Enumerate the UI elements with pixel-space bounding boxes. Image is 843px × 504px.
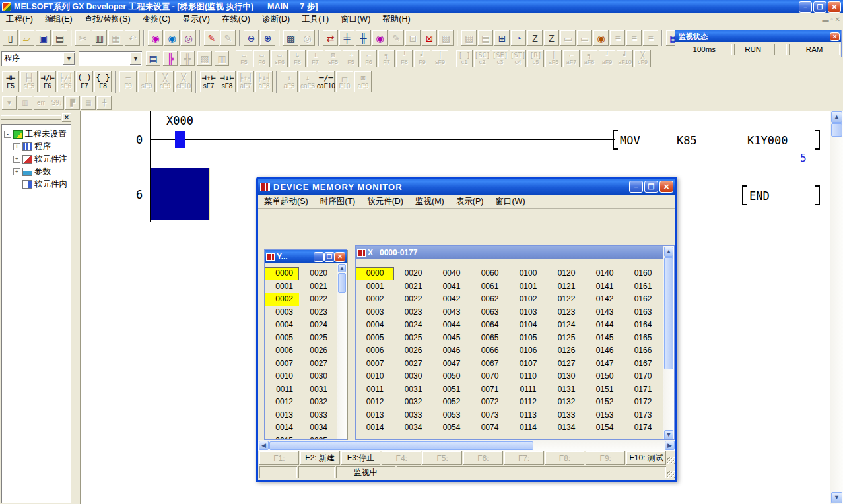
device-cell[interactable]: 0024	[394, 319, 432, 332]
menu-item-t[interactable]: 工具(T)	[296, 13, 335, 26]
monitor-horizontal-scrollbar[interactable]: ◀ ▶	[258, 440, 675, 451]
device-cell[interactable]: 0073	[471, 409, 509, 422]
device-cell[interactable]: 0032	[394, 396, 432, 409]
monitor-status-close-icon[interactable]: ✕	[830, 32, 840, 41]
monitor-menu-item[interactable]: 表示(P)	[450, 195, 490, 208]
device-cell[interactable]: 0025	[394, 332, 432, 345]
device-cell[interactable]: 0061	[471, 280, 509, 294]
monitor-stop-button[interactable]: ⊠	[421, 30, 438, 46]
transfer-setup-button[interactable]: ⇄	[322, 30, 339, 46]
error-jump-button[interactable]: err	[33, 96, 49, 110]
device-cell[interactable]: 0121	[547, 280, 586, 294]
device-cell[interactable]: 0005	[356, 332, 394, 345]
device-cell[interactable]: 0051	[432, 383, 471, 396]
tree-item-memory[interactable]: +软元件内	[4, 178, 71, 191]
device-cell[interactable]: 0025	[299, 332, 333, 345]
device-cell[interactable]: 0026	[299, 344, 333, 358]
statement-edit-button[interactable]: ▥	[214, 51, 230, 67]
device-cell[interactable]: 0140	[586, 267, 624, 280]
device-cell[interactable]: 0153	[586, 409, 624, 422]
minimize-button[interactable]: –	[799, 1, 812, 13]
monitor-menu-item[interactable]: 菜单起动(S)	[258, 195, 314, 208]
device-cell[interactable]: 0054	[432, 422, 471, 435]
device-cell[interactable]: 0002	[265, 293, 299, 306]
cascade-window-button[interactable]: ▭	[560, 30, 576, 46]
closed-contact-button[interactable]: ⊣/⊢F6	[38, 71, 57, 93]
scan-time-button[interactable]: ◔	[510, 30, 527, 46]
device-cell[interactable]: 0011	[356, 383, 394, 396]
function-key-f2[interactable]: F2: 新建	[300, 451, 340, 465]
device-cell[interactable]: 0166	[624, 344, 662, 358]
device-cell[interactable]: 0033	[299, 409, 333, 422]
rule-af7-button[interactable]: ⌐aF7	[562, 49, 580, 68]
rule-af5-button[interactable]: │aF5	[545, 49, 562, 68]
sfc-step-sf6-button[interactable]: ▭sF6	[271, 49, 288, 68]
device-cell[interactable]: 0030	[394, 370, 432, 383]
monitor-write-button[interactable]: ✎	[388, 30, 405, 46]
device-cell[interactable]: 0053	[432, 409, 471, 422]
device-cell[interactable]: 0031	[394, 383, 432, 396]
device-cell[interactable]: 0003	[356, 306, 394, 319]
skip-run-button[interactable]: ▨	[461, 30, 477, 46]
device-cell[interactable]: 0152	[586, 396, 624, 409]
close-button[interactable]: ✕	[828, 1, 841, 13]
program-check-button[interactable]: ⊞	[494, 30, 510, 46]
device-cell[interactable]: 0012	[265, 396, 299, 409]
device-cell[interactable]: 0044	[432, 319, 471, 332]
menu-item-e[interactable]: 编辑(E)	[39, 13, 79, 26]
expander-icon[interactable]: +	[13, 143, 20, 150]
device-cell[interactable]: 0047	[432, 358, 471, 371]
device-cell[interactable]: 0163	[624, 306, 662, 319]
device-cell[interactable]: 0012	[356, 396, 394, 409]
device-cell[interactable]: 0070	[471, 370, 509, 383]
x-window-titlebar[interactable]: X 0000-0177	[356, 246, 665, 259]
device-cell[interactable]: 0062	[471, 293, 509, 306]
maximize-button[interactable]: ❐	[813, 1, 826, 13]
delete-block-button[interactable]: ⊠aF9	[354, 71, 372, 93]
device-cell[interactable]: 0023	[299, 306, 333, 319]
x-vertical-scrollbar[interactable]: ▲ ▼	[663, 246, 674, 440]
falling-pulse-branch-button[interactable]: ╞↓╡aF8	[255, 71, 273, 93]
instruction-operand1[interactable]: K85	[677, 134, 697, 147]
device-cell[interactable]: 0074	[471, 422, 509, 435]
device-cell[interactable]: 0031	[299, 383, 333, 396]
y-maximize-button[interactable]: ❐	[324, 252, 335, 262]
monitor-close-button[interactable]: ✕	[659, 181, 673, 193]
sfc-step-f6-button[interactable]: ▭F6	[253, 49, 271, 68]
device-cell[interactable]: 0007	[356, 358, 394, 371]
chevron-down-icon[interactable]: ▼	[63, 53, 75, 65]
device-cell[interactable]: 0131	[547, 383, 586, 396]
step-run-button[interactable]: ▧	[438, 30, 454, 46]
block-select-button[interactable]: ▛	[65, 96, 81, 110]
device-cell[interactable]: 0026	[394, 344, 432, 358]
find-zoom-in-button[interactable]: ⊕	[259, 30, 276, 46]
monitor-menu-item[interactable]: 窗口(W)	[489, 195, 531, 208]
sfc-sel-f6-button[interactable]: ⌐F6	[360, 49, 378, 68]
device-cell[interactable]: 0132	[547, 396, 586, 409]
device-cell[interactable]: 0103	[509, 306, 547, 319]
function-key-f4[interactable]: F4:	[382, 451, 421, 465]
resize-grip[interactable]	[667, 471, 675, 478]
resize-grip[interactable]	[667, 457, 675, 464]
device-cell[interactable]: 0022	[394, 293, 432, 306]
application-instruction-button[interactable]: { }F8	[94, 71, 112, 93]
contact-x000-on[interactable]	[175, 131, 185, 148]
menu-item-f[interactable]: 工程(F)	[0, 13, 39, 26]
device-cell[interactable]: 0001	[265, 280, 299, 294]
device-cell[interactable]: 0010	[265, 370, 299, 383]
device-cell[interactable]: 0045	[432, 332, 471, 345]
find-string-button[interactable]: ◎	[180, 30, 197, 46]
device-cell[interactable]: 0146	[586, 344, 624, 358]
scrollbar-thumb[interactable]	[831, 123, 842, 137]
statement-list-button[interactable]: ≡	[626, 30, 642, 46]
device-cell[interactable]: 0027	[299, 358, 333, 371]
monitor-status-titlebar[interactable]: 监视状态 ✕	[675, 30, 841, 42]
project-data-list-button[interactable]: ▩	[283, 30, 299, 46]
menu-item-s[interactable]: 查找/替换(S)	[79, 13, 137, 26]
device-cell[interactable]: 0126	[547, 344, 586, 358]
delete-vertical-line-button[interactable]: ╳cF10	[174, 71, 193, 93]
device-cell[interactable]: 0000	[265, 267, 299, 280]
main-titlebar[interactable]: MELSOFT系列 GX Developer 工程未设置 - [梯形图(监视 执…	[0, 0, 843, 13]
cut-button[interactable]: ✂	[75, 30, 91, 46]
device-cell[interactable]: 0001	[356, 280, 394, 294]
